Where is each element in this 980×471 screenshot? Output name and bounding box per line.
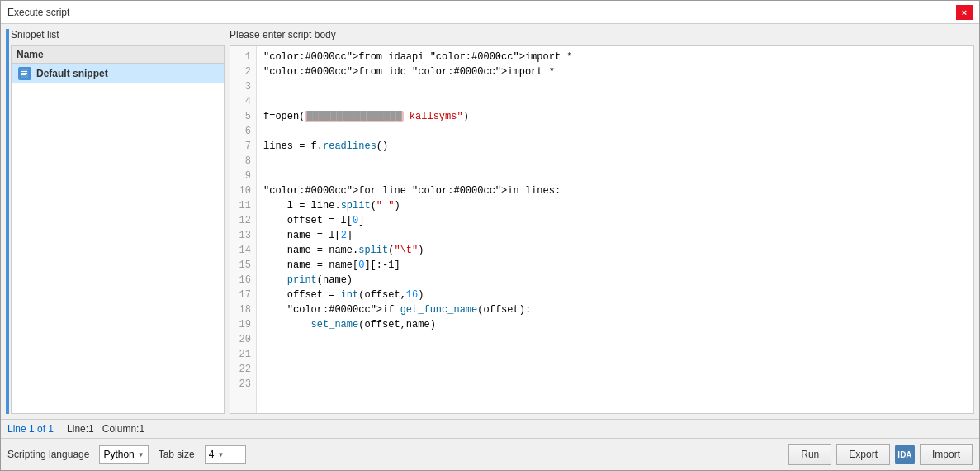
code-line: "color:#0000cc">for line "color:#0000cc"… [263,183,967,198]
line-number: 15 [230,258,256,273]
code-line: offset = int(offset,16) [263,288,967,302]
line-number: 21 [230,347,256,362]
snippet-list: Name Default snippet [11,45,225,414]
tab-dropdown-arrow-icon: ▼ [217,451,224,459]
code-line: l = line.split(" ") [263,198,967,213]
code-line [263,79,967,94]
tab-size-label: Tab size [159,449,195,460]
code-line: set_name(offset,name) [263,317,967,332]
line-number: 5 [230,109,256,124]
line-number: 1 [230,50,256,64]
line-number: 7 [230,139,256,154]
svg-rect-2 [21,73,27,74]
code-line [263,377,967,392]
ida-logo-icon: IDA [895,445,915,464]
line-number: 2 [230,64,256,79]
line-number: 9 [230,169,256,183]
code-line: name = l[2] [263,228,967,243]
line-number: 6 [230,124,256,139]
export-button[interactable]: Export [836,444,890,465]
snippet-item-default[interactable]: Default snippet [12,64,224,83]
left-panel: Snippet list Name Default snippet [6,29,225,414]
language-selector[interactable]: Python ▼ [99,445,148,464]
snippet-list-label: Snippet list [11,29,225,40]
code-line: name = name.split("\t") [263,243,967,258]
svg-rect-1 [21,71,27,72]
snippet-list-header: Name [12,46,224,64]
line-number: 11 [230,198,256,213]
dropdown-arrow-icon: ▼ [138,451,144,459]
ida-logo: IDA [895,444,915,465]
main-content: Snippet list Name Default snippet Please… [1,24,979,419]
language-dropdown[interactable]: Python ▼ [99,445,148,464]
line-number: 4 [230,94,256,109]
tab-size-value: 4 [209,449,215,460]
code-line: f=open(████████████████ kallsyms") [263,109,967,124]
line-number: 10 [230,183,256,198]
line-number: 13 [230,228,256,243]
editor-label: Please enter script body [230,29,974,40]
code-line: "color:#0000cc">from idaapi "color:#0000… [263,50,967,64]
position-info: Line:1 Column:1 [67,423,144,435]
line-number: 14 [230,243,256,258]
status-bar: Line 1 of 1 Line:1 Column:1 [1,419,979,438]
line-number: 16 [230,273,256,288]
line-number: 23 [230,377,256,392]
tab-size-selector[interactable]: 4 ▼ [205,445,246,464]
run-button[interactable]: Run [788,444,831,465]
footer-bar: Scripting language Python ▼ Tab size 4 ▼… [1,438,979,470]
execute-script-window: Execute script × Snippet list Name Defau… [0,0,980,471]
code-line: lines = f.readlines() [263,139,967,154]
line-numbers: 1234567891011121314151617181920212223 [230,46,257,413]
import-button[interactable]: Import [920,444,973,465]
line-number: 12 [230,213,256,228]
code-line [263,124,967,139]
line-of-info: Line 1 of 1 [7,423,54,435]
code-line [263,332,967,347]
close-button[interactable]: × [956,5,973,20]
code-editor[interactable]: 1234567891011121314151617181920212223 "c… [230,45,974,414]
line-number: 20 [230,332,256,347]
line-number: 8 [230,154,256,169]
snippet-icon [18,67,31,80]
line-number: 18 [230,302,256,317]
code-line [263,347,967,362]
line-number: 3 [230,79,256,94]
code-line: offset = l[0] [263,213,967,228]
svg-rect-3 [21,74,26,75]
scripting-language-label: Scripting language [7,449,89,460]
code-line [263,362,967,377]
code-line [263,169,967,183]
code-line: name = name[0][:-1] [263,258,967,273]
action-buttons: Run Export IDA Import [788,444,973,465]
line-number: 19 [230,317,256,332]
window-title: Execute script [7,7,69,18]
code-line: print(name) [263,273,967,288]
line-number: 17 [230,288,256,302]
title-bar: Execute script × [1,1,979,24]
code-line [263,154,967,169]
language-value: Python [103,449,134,460]
snippet-name: Default snippet [36,68,108,79]
right-panel: Please enter script body 123456789101112… [230,29,974,414]
code-line: "color:#0000cc">from idc "color:#0000cc"… [263,64,967,79]
code-line: "color:#0000cc">if get_func_name(offset)… [263,302,967,317]
code-line [263,94,967,109]
accent-bar [6,29,9,414]
line-number: 22 [230,362,256,377]
code-area[interactable]: "color:#0000cc">from idaapi "color:#0000… [257,46,973,413]
